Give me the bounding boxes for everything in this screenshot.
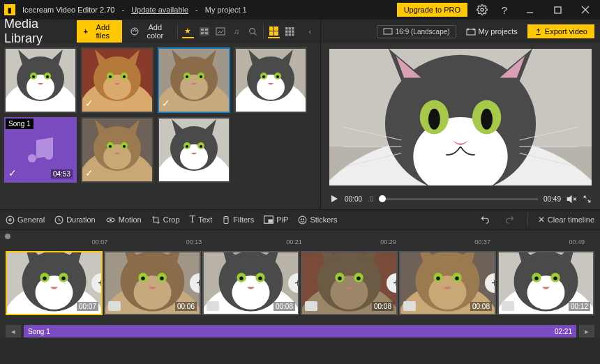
svg-point-91	[428, 109, 440, 130]
mute-icon[interactable]	[567, 194, 577, 204]
ruler-tick: 00:37	[474, 238, 490, 245]
view-large-icon[interactable]	[268, 24, 280, 38]
svg-point-160	[534, 277, 538, 280]
tool-text[interactable]: TText	[190, 214, 213, 225]
audio-clip[interactable]: Song 1 02:21	[24, 325, 576, 338]
filter-video-icon[interactable]	[198, 24, 210, 38]
undo-button[interactable]	[477, 212, 493, 227]
tool-stickers[interactable]: Stickers	[298, 215, 337, 225]
check-icon: ✓	[8, 98, 17, 109]
timeline-clip[interactable]: +00:06	[104, 251, 201, 315]
redo-button[interactable]	[502, 212, 518, 227]
search-icon[interactable]	[247, 24, 259, 38]
app-name: Icecream Video Editor 2.70	[22, 6, 114, 14]
check-icon: ✓	[8, 167, 17, 179]
audio-clip-duration: 02:21	[555, 328, 572, 335]
filter-image-icon[interactable]	[214, 24, 226, 38]
svg-point-161	[553, 277, 557, 280]
tool-general[interactable]: General	[6, 215, 45, 225]
timeline-clip[interactable]: +00:07	[6, 251, 103, 315]
audio-prev-icon[interactable]: ◂	[6, 325, 21, 338]
preview-video[interactable]	[329, 49, 592, 185]
timeline-clip[interactable]: 00:12	[497, 251, 594, 315]
clear-timeline-button[interactable]: ✕Clear timeline	[538, 215, 594, 225]
transition-icon[interactable]	[305, 301, 317, 311]
clip-duration: 00:07	[77, 302, 98, 311]
minimize-button[interactable]	[519, 1, 540, 18]
check-icon: ✓	[162, 167, 170, 179]
upgrade-button[interactable]: Upgrade to PRO	[397, 3, 467, 17]
project-name: My project 1	[205, 6, 247, 14]
library-item[interactable]: ✓	[81, 47, 153, 113]
svg-point-57	[257, 75, 285, 100]
tool-crop[interactable]: Crop	[151, 215, 180, 225]
help-icon[interactable]: ?	[497, 2, 512, 17]
timeline-audio-track: ◂ Song 1 02:21 ▸	[6, 325, 594, 338]
timeline-clip[interactable]: +00:08	[202, 251, 299, 315]
clip-duration: 00:08	[273, 302, 295, 311]
library-item[interactable]: ✓	[158, 47, 230, 113]
svg-rect-11	[205, 29, 208, 31]
check-icon: ✓	[162, 98, 170, 109]
library-item[interactable]: ✓	[81, 117, 153, 183]
close-button[interactable]	[575, 1, 596, 18]
export-label: Export video	[545, 27, 587, 36]
tool-filters[interactable]: Filters	[222, 215, 254, 225]
transition-icon[interactable]	[502, 301, 514, 311]
audio-label: Song 1	[6, 119, 33, 129]
playhead-icon[interactable]	[6, 233, 594, 238]
timeline-clip[interactable]: +00:08	[301, 251, 398, 315]
library-item[interactable]: ✓	[234, 47, 307, 113]
library-item[interactable]: Song 1 ✓ 04:53	[4, 117, 77, 183]
my-projects-label: My projects	[479, 27, 518, 36]
timeline-panel: 00:0700:1300:2100:2900:3700:49 +00:07 +0…	[0, 230, 600, 338]
check-icon: ✓	[239, 98, 247, 109]
ruler-tick: 00:29	[380, 238, 396, 245]
seek-slider[interactable]	[379, 198, 538, 200]
svg-point-79	[200, 145, 202, 148]
timeline-ruler[interactable]: 00:0700:1300:2100:2900:3700:49	[6, 238, 594, 251]
svg-rect-10	[201, 29, 204, 31]
svg-point-111	[301, 218, 302, 219]
svg-rect-29	[292, 33, 294, 36]
tool-pip[interactable]: PiP	[264, 215, 288, 224]
view-small-icon[interactable]	[284, 24, 296, 38]
svg-rect-19	[269, 31, 273, 36]
svg-point-125	[134, 275, 172, 310]
tool-motion[interactable]: Motion	[105, 215, 142, 225]
svg-point-5	[131, 28, 138, 35]
library-item[interactable]: ✓	[158, 117, 230, 183]
svg-point-0	[481, 8, 483, 11]
transition-icon[interactable]	[403, 301, 416, 311]
svg-point-53	[200, 75, 202, 78]
library-item[interactable]: ✓	[4, 47, 77, 113]
filter-audio-icon[interactable]: ♫	[230, 24, 242, 38]
transition-icon[interactable]	[108, 301, 121, 311]
add-color-button[interactable]: Add color	[126, 20, 173, 43]
update-link[interactable]: Update available	[131, 6, 188, 14]
svg-point-145	[357, 277, 360, 280]
projects-icon	[466, 27, 476, 36]
aspect-ratio-label: 16:9 (Landscape)	[396, 28, 450, 36]
svg-line-16	[254, 33, 256, 35]
my-projects-button[interactable]: My projects	[462, 24, 522, 38]
filter-star-icon[interactable]: ★	[182, 24, 194, 38]
add-files-label: Add files	[91, 23, 115, 40]
play-button[interactable]	[329, 194, 339, 204]
add-files-button[interactable]: +Add files	[77, 20, 122, 43]
tool-duration[interactable]: Duration	[54, 215, 96, 225]
audio-next-icon[interactable]: ▸	[579, 325, 594, 338]
svg-point-8	[135, 31, 136, 31]
timeline-clip[interactable]: +00:08	[399, 251, 496, 315]
settings-icon[interactable]	[474, 2, 490, 17]
collapse-icon[interactable]: ‹	[304, 24, 316, 38]
svg-rect-13	[205, 32, 208, 34]
fullscreen-icon[interactable]	[583, 195, 592, 204]
music-icon	[24, 133, 57, 167]
transition-icon[interactable]	[207, 301, 219, 311]
svg-point-60	[262, 75, 265, 78]
export-button[interactable]: Export video	[527, 24, 594, 38]
aspect-ratio-button[interactable]: 16:9 (Landscape)	[377, 25, 456, 38]
svg-point-78	[186, 145, 188, 148]
maximize-button[interactable]	[547, 1, 568, 18]
